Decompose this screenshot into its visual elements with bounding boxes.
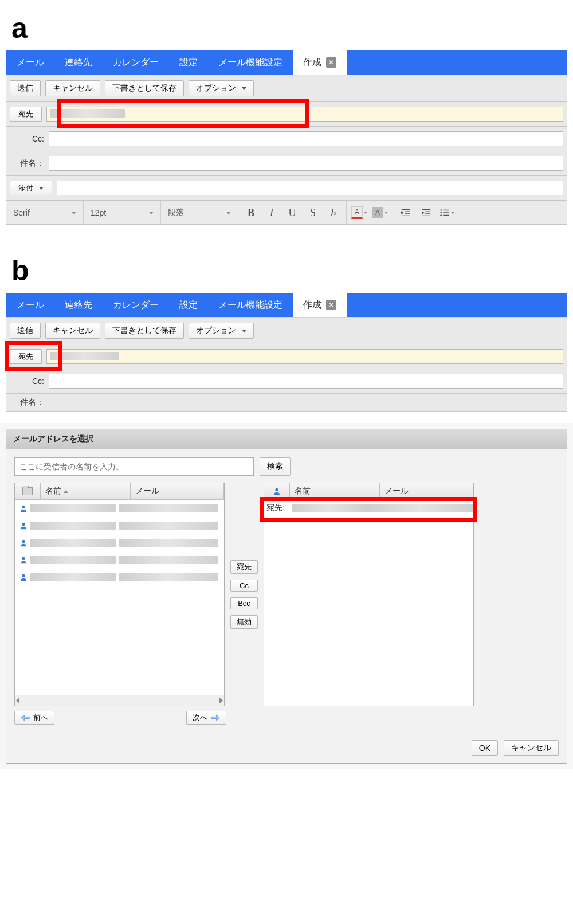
close-icon[interactable]: ✕	[326, 300, 336, 310]
svg-point-2	[440, 214, 442, 216]
list-item[interactable]	[15, 517, 224, 534]
tab-mail[interactable]: メール	[6, 50, 54, 75]
tab-mail-settings[interactable]: メール機能設定	[208, 50, 293, 75]
chevron-down-icon	[39, 187, 44, 190]
search-button[interactable]: 検索	[260, 457, 291, 476]
selected-header: 名前 メール	[264, 483, 473, 500]
folder-icon	[22, 487, 33, 495]
bg-color-button[interactable]: A	[370, 201, 390, 224]
selected-item[interactable]: 宛先:	[264, 500, 473, 516]
attach-area[interactable]	[57, 181, 563, 195]
cc-input[interactable]	[49, 131, 563, 146]
indent-button[interactable]	[416, 201, 437, 224]
cc-label: Cc:	[10, 377, 44, 386]
size-select[interactable]: 12pt	[84, 201, 161, 224]
bold-button[interactable]: B	[241, 201, 261, 224]
svg-point-5	[22, 540, 25, 543]
chevron-down-icon	[364, 212, 367, 214]
svg-point-1	[440, 212, 442, 214]
person-icon	[19, 504, 28, 512]
text-color-button[interactable]: A	[349, 201, 370, 224]
dialog-search-row: 検索	[14, 457, 559, 476]
cc-row: Cc:	[6, 127, 567, 151]
main-tabs-b: メール 連絡先 カレンダー 設定 メール機能設定 作成 ✕	[6, 293, 567, 317]
list-item[interactable]	[15, 569, 224, 586]
assign-to-button[interactable]: 宛先	[230, 560, 258, 574]
options-button[interactable]: オプション	[189, 323, 254, 339]
tab-calendar[interactable]: カレンダー	[103, 293, 169, 317]
svg-point-3	[22, 506, 25, 508]
tab-contacts[interactable]: 連絡先	[54, 293, 103, 317]
send-button[interactable]: 送信	[10, 80, 41, 96]
tab-compose-label: 作成	[303, 57, 321, 69]
tab-compose[interactable]: 作成 ✕	[293, 50, 347, 75]
outdent-icon	[401, 207, 411, 218]
cancel-button[interactable]: キャンセル	[45, 323, 100, 339]
send-button[interactable]: 送信	[10, 323, 41, 339]
options-label: オプション	[196, 326, 236, 335]
tab-settings[interactable]: 設定	[169, 50, 208, 75]
name-header[interactable]: 名前	[41, 483, 131, 499]
assign-cc-button[interactable]: Cc	[230, 580, 258, 592]
color-group: A A	[347, 201, 393, 224]
underline-button[interactable]: U	[282, 201, 303, 224]
close-icon[interactable]: ✕	[326, 57, 336, 68]
list-item[interactable]	[15, 500, 224, 517]
dialog-cancel-button[interactable]: キャンセル	[504, 740, 559, 756]
tab-contacts[interactable]: 連絡先	[54, 50, 103, 75]
italic-button[interactable]: I	[261, 201, 282, 224]
mail-header[interactable]: メール	[380, 483, 473, 499]
dialog-nav: 前へ 次へ	[14, 711, 559, 725]
options-button[interactable]: オプション	[189, 80, 254, 96]
chevron-down-icon	[242, 330, 246, 332]
subject-label: 件名：	[10, 158, 44, 169]
list-item[interactable]	[15, 534, 224, 551]
selected-body[interactable]: 宛先:	[264, 500, 473, 706]
list-item[interactable]	[15, 551, 224, 569]
to-button[interactable]: 宛先	[10, 107, 42, 122]
horizontal-scrollbar[interactable]	[15, 695, 224, 706]
svg-point-8	[275, 488, 278, 491]
assign-bcc-button[interactable]: Bcc	[230, 597, 258, 609]
ok-button[interactable]: OK	[472, 740, 498, 756]
redacted-text	[119, 522, 218, 530]
person-header[interactable]	[264, 483, 290, 499]
options-label: オプション	[196, 83, 236, 92]
save-draft-button[interactable]: 下書きとして保存	[105, 80, 184, 96]
tab-calendar[interactable]: カレンダー	[103, 50, 169, 75]
tab-mail-settings[interactable]: メール機能設定	[208, 293, 293, 317]
to-input[interactable]	[46, 349, 563, 364]
to-button[interactable]: 宛先	[10, 349, 42, 364]
redacted-text	[292, 504, 366, 512]
tab-mail[interactable]: メール	[6, 293, 54, 317]
next-button[interactable]: 次へ	[186, 711, 226, 725]
name-header[interactable]: 名前	[290, 483, 380, 499]
subject-input[interactable]	[49, 156, 563, 171]
list-button[interactable]	[437, 201, 457, 224]
compose-body[interactable]	[6, 225, 567, 242]
figure-label-a: a	[11, 11, 573, 45]
recipient-search-input[interactable]	[14, 457, 254, 476]
to-input[interactable]	[46, 107, 563, 122]
tab-compose[interactable]: 作成 ✕	[293, 293, 347, 317]
folder-header[interactable]	[15, 483, 41, 499]
contacts-body[interactable]	[15, 500, 224, 695]
mail-compose-a: メール 連絡先 カレンダー 設定 メール機能設定 作成 ✕ 送信 キャンセル 下…	[6, 50, 567, 242]
assign-disable-button[interactable]: 無効	[230, 615, 258, 629]
paragraph-select[interactable]: 段落	[161, 201, 238, 224]
person-icon	[19, 573, 28, 581]
cancel-button[interactable]: キャンセル	[45, 80, 100, 96]
redacted-text	[30, 556, 116, 564]
save-draft-button[interactable]: 下書きとして保存	[105, 323, 184, 339]
mail-header[interactable]: メール	[131, 483, 224, 499]
outdent-button[interactable]	[395, 201, 416, 224]
font-select[interactable]: Serif	[6, 201, 84, 224]
cc-input[interactable]	[49, 374, 563, 389]
redacted-text	[30, 573, 116, 581]
clear-format-button[interactable]: Ix	[323, 201, 344, 224]
strike-button[interactable]: S	[303, 201, 323, 224]
tab-settings[interactable]: 設定	[169, 293, 208, 317]
attach-button[interactable]: 添付	[10, 181, 52, 195]
prev-button[interactable]: 前へ	[14, 711, 54, 725]
person-icon	[19, 556, 28, 564]
